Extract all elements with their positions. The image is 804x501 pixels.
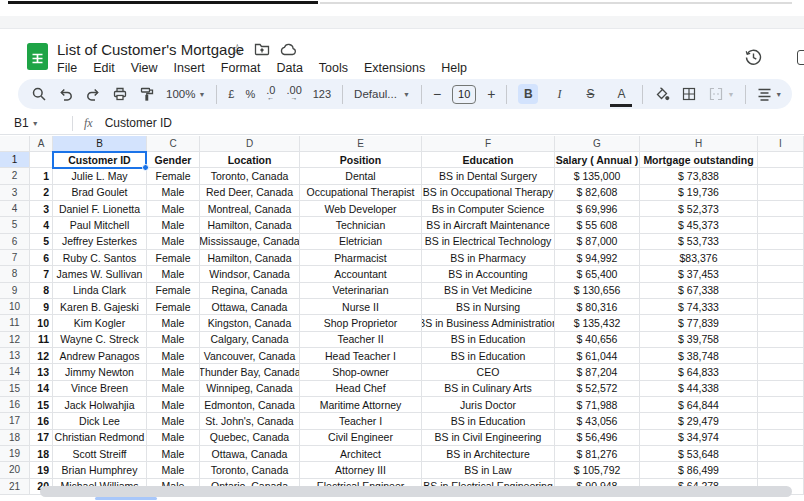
cell[interactable]: Salary ( Annual ) (555, 152, 640, 168)
cell[interactable]: $ 55 608 (555, 217, 640, 233)
cell[interactable]: 8 (30, 283, 53, 299)
cell[interactable]: $ 71,988 (555, 397, 640, 413)
borders-icon[interactable] (681, 86, 697, 102)
row-header-17[interactable]: 17 (0, 413, 30, 429)
cell[interactable]: Technician (300, 217, 422, 233)
cell[interactable]: $ 37,453 (640, 266, 758, 282)
zoom-select[interactable]: 100%▼ (166, 88, 205, 100)
cell[interactable]: Scott Streiff (53, 446, 147, 462)
cell[interactable]: Teacher I (300, 413, 422, 429)
version-history-icon[interactable] (744, 48, 763, 67)
menu-view[interactable]: View (123, 60, 166, 76)
cell[interactable]: 4 (30, 217, 53, 233)
cell[interactable]: St. John's, Canada (200, 413, 300, 429)
cell[interactable]: Quebec, Canada (200, 430, 300, 446)
cell[interactable]: Education (422, 152, 555, 168)
cell[interactable]: BS in Accounting (422, 266, 555, 282)
cell[interactable]: Web Developer (300, 201, 422, 217)
column-header-E[interactable]: E (300, 136, 422, 152)
cell[interactable]: Linda Clark (53, 283, 147, 299)
row-header-2[interactable]: 2 (0, 168, 30, 184)
cell[interactable]: BS in Aircraft Maintenance (422, 217, 555, 233)
cell[interactable] (758, 332, 804, 348)
cell[interactable] (758, 234, 804, 250)
row-header-9[interactable]: 9 (0, 283, 30, 299)
cell[interactable]: $ 38,748 (640, 348, 758, 364)
percent-format-button[interactable]: % (245, 88, 255, 100)
cell[interactable] (758, 462, 804, 478)
cell[interactable]: Kingston, Canada (200, 315, 300, 331)
cell[interactable]: Ottawa, Canada (200, 446, 300, 462)
cell[interactable]: Paul Mitchell (53, 217, 147, 233)
cell[interactable]: Female (147, 168, 200, 184)
cell[interactable]: 2 (30, 185, 53, 201)
cell[interactable]: BS in Culinary Arts (422, 381, 555, 397)
row-header-5[interactable]: 5 (0, 217, 30, 233)
menu-file[interactable]: File (49, 60, 85, 76)
cell[interactable]: Occupational Therapist (300, 185, 422, 201)
cell-A1[interactable] (30, 152, 53, 168)
print-icon[interactable] (112, 86, 128, 102)
cell[interactable]: Edmonton, Canada (200, 397, 300, 413)
cell[interactable]: CEO (422, 364, 555, 380)
row-header-1[interactable]: 1 (0, 152, 30, 168)
cell[interactable]: BS in Civil Engineering (422, 430, 555, 446)
cell[interactable]: 9 (30, 299, 53, 315)
cell[interactable]: $ 77,839 (640, 315, 758, 331)
cell[interactable]: 12 (30, 348, 53, 364)
cell[interactable]: $ 135,432 (555, 315, 640, 331)
cell[interactable]: $ 130,656 (555, 283, 640, 299)
column-header-I[interactable]: I (758, 136, 804, 152)
cell[interactable] (758, 348, 804, 364)
number-format-button[interactable]: 123 (313, 88, 331, 100)
cell[interactable]: Christian Redmond (53, 430, 147, 446)
cell[interactable]: Karen B. Gajeski (53, 299, 147, 315)
cell[interactable]: Male (147, 315, 200, 331)
cell[interactable]: Eletrician (300, 234, 422, 250)
move-to-folder-icon[interactable] (254, 42, 270, 56)
cell[interactable]: Male (147, 185, 200, 201)
row-header-4[interactable]: 4 (0, 201, 30, 217)
cell[interactable]: Male (147, 430, 200, 446)
column-header-D[interactable]: D (200, 136, 300, 152)
cell[interactable]: Male (147, 348, 200, 364)
column-header-G[interactable]: G (555, 136, 640, 152)
cell[interactable]: BS in Education (422, 332, 555, 348)
cell[interactable]: 11 (30, 332, 53, 348)
cell[interactable]: $ 73,838 (640, 168, 758, 184)
cell[interactable]: Pharmacist (300, 250, 422, 266)
cell[interactable]: Male (147, 446, 200, 462)
row-header-11[interactable]: 11 (0, 315, 30, 331)
cell[interactable]: Red Deer, Canada (200, 185, 300, 201)
cell[interactable]: $ 81,276 (555, 446, 640, 462)
cell[interactable] (758, 152, 804, 168)
cell[interactable]: Toronto, Canada (200, 462, 300, 478)
cell[interactable]: BS in Electrical Technology (422, 234, 555, 250)
strikethrough-button[interactable]: S (580, 84, 600, 104)
cell[interactable]: Gender (147, 152, 200, 168)
cell[interactable]: Wayne C. Streck (53, 332, 147, 348)
cell[interactable]: BS in Pharmacy (422, 250, 555, 266)
cell[interactable]: $ 65,400 (555, 266, 640, 282)
cell[interactable] (758, 283, 804, 299)
cell[interactable]: $ 87,204 (555, 364, 640, 380)
cell[interactable]: $83,376 (640, 250, 758, 266)
cell[interactable]: 19 (30, 462, 53, 478)
cell[interactable]: 3 (30, 201, 53, 217)
name-box[interactable]: B1▼ (0, 116, 72, 130)
cell[interactable]: Jimmy Newton (53, 364, 147, 380)
cell[interactable]: 10 (30, 315, 53, 331)
cell[interactable] (758, 413, 804, 429)
bold-button[interactable]: B (518, 84, 538, 104)
star-icon[interactable]: ☆ (231, 41, 244, 57)
cell[interactable] (758, 217, 804, 233)
increase-decimal-button[interactable]: .00→ (286, 86, 301, 102)
cell[interactable]: 14 (30, 381, 53, 397)
cell[interactable]: Female (147, 299, 200, 315)
menu-extensions[interactable]: Extensions (356, 60, 433, 76)
cell[interactable]: Jeffrey Esterkes (53, 234, 147, 250)
document-title[interactable]: List of Customer's Mortgage (57, 41, 244, 58)
column-header-A[interactable]: A (30, 136, 53, 152)
cell[interactable]: BS in Law (422, 462, 555, 478)
decrease-font-size-button[interactable]: − (433, 86, 441, 102)
